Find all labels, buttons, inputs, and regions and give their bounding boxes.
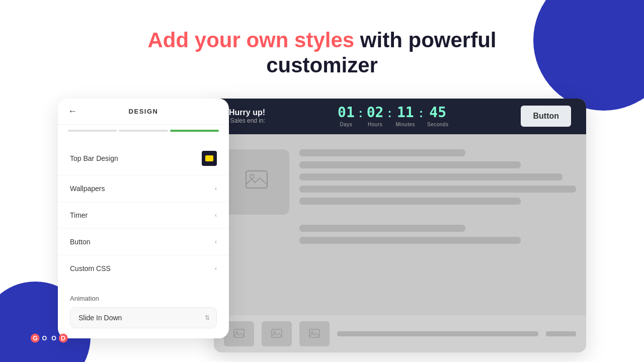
progress-segment-2: [119, 130, 168, 132]
animation-select-wrapper: Slide In Down Slide In Up Fade In Bounce…: [70, 307, 217, 328]
timer-days-label: Days: [340, 122, 353, 127]
placeholder-line-4: [299, 186, 576, 193]
timer-colon-3: :: [419, 106, 423, 120]
svg-text:O: O: [51, 335, 56, 342]
thumb-2: [262, 321, 292, 346]
chevron-right-icon-custom-css: ‹: [215, 265, 217, 272]
svg-text:O: O: [42, 335, 47, 342]
progress-bar: [58, 130, 229, 132]
animation-section: Animation Slide In Down Slide In Up Fade…: [58, 287, 229, 338]
preview-panel: Hurry up! Sales end in: 01 Days : 02 Hou…: [214, 99, 586, 352]
cards-container: ← DESIGN Top Bar Design: [58, 99, 586, 352]
timer-seconds-label: Seconds: [427, 122, 448, 127]
sales-text: Sales end in:: [230, 117, 265, 124]
timer-days-number: 01: [338, 106, 355, 120]
svg-point-1: [250, 174, 254, 178]
timer-unit-days: 01 Days: [338, 106, 355, 127]
timer-unit-minutes: 11 Minutes: [395, 106, 415, 127]
panel-item-custom-css[interactable]: Custom CSS ‹: [58, 255, 229, 282]
design-panel: ← DESIGN Top Bar Design: [58, 99, 229, 338]
placeholder-line-5: [299, 198, 521, 205]
panel-item-label-top-bar: Top Bar Design: [70, 154, 118, 162]
panel-item-label-wallpapers: Wallpapers: [70, 185, 105, 193]
hurry-text: Hurry up!: [229, 108, 265, 117]
svg-text:D: D: [61, 335, 65, 342]
thumb-bar-1: [337, 331, 538, 336]
headline-highlight: Add your own styles: [147, 28, 354, 52]
animation-select[interactable]: Slide In Down Slide In Up Fade In Bounce…: [70, 307, 217, 328]
panel-item-label-button: Button: [70, 238, 90, 246]
panel-item-label-custom-css: Custom CSS: [70, 264, 111, 273]
progress-segment-1: [68, 130, 117, 132]
headline: Add your own styles with powerful custom…: [147, 28, 496, 78]
chevron-right-icon-button: ‹: [215, 238, 217, 245]
headline-part2: with powerful: [354, 28, 496, 52]
chevron-right-icon-timer: ‹: [215, 212, 217, 219]
timer-colon-2: :: [387, 106, 391, 120]
svg-rect-6: [309, 329, 319, 337]
progress-segment-3: [170, 130, 219, 132]
countdown-cta-button[interactable]: Button: [521, 106, 571, 127]
panel-item-top-bar-design[interactable]: Top Bar Design: [58, 142, 229, 175]
panel-item-timer[interactable]: Timer ‹: [58, 202, 229, 229]
panel-title: DESIGN: [129, 108, 158, 115]
product-image-placeholder: [224, 149, 289, 215]
logo: G O O D: [30, 329, 70, 347]
placeholder-line-2: [299, 161, 521, 168]
timer-minutes-label: Minutes: [395, 122, 415, 127]
panel-item-button[interactable]: Button ‹: [58, 229, 229, 255]
timer-hours-label: Hours: [368, 122, 382, 127]
preview-body: [214, 134, 586, 315]
svg-rect-4: [272, 329, 282, 337]
timer-unit-seconds: 45 Seconds: [427, 106, 448, 127]
svg-rect-0: [246, 171, 267, 188]
panel-header: ← DESIGN: [58, 99, 229, 125]
top-bar-thumb-inner: [205, 155, 213, 161]
timer-unit-hours: 02 Hours: [367, 106, 384, 127]
logo-svg: G O O D: [30, 329, 70, 347]
headline-part3: customizer: [266, 53, 378, 77]
image-icon: [244, 167, 269, 197]
svg-text:G: G: [33, 335, 38, 342]
timer-colon-1: :: [359, 106, 363, 120]
panel-item-icon-top-bar: [202, 151, 217, 166]
placeholder-line-6: [299, 225, 465, 232]
placeholder-line-1: [299, 149, 465, 156]
back-button[interactable]: ←: [68, 106, 77, 117]
placeholder-line-7: [299, 237, 521, 244]
top-bar-thumb: [202, 151, 217, 166]
countdown-left: Hurry up! Sales end in:: [229, 108, 265, 124]
panel-item-wallpapers[interactable]: Wallpapers ‹: [58, 175, 229, 202]
timer-minutes-number: 11: [397, 106, 414, 120]
animation-label: Animation: [70, 295, 217, 302]
panel-items: Top Bar Design Wallpapers ‹ Timer ‹: [58, 137, 229, 287]
placeholder-line-3: [299, 173, 562, 180]
countdown-bar: Hurry up! Sales end in: 01 Days : 02 Hou…: [214, 99, 586, 134]
timer-hours-number: 02: [367, 106, 384, 120]
preview-bottom: [214, 315, 586, 352]
countdown-timer: 01 Days : 02 Hours : 11 Minutes :: [338, 106, 448, 127]
content-placeholders: [299, 144, 576, 305]
panel-item-label-timer: Timer: [70, 211, 88, 219]
timer-seconds-number: 45: [429, 106, 446, 120]
chevron-right-icon-wallpapers: ‹: [215, 185, 217, 192]
thumb-bar-2: [546, 331, 576, 336]
main-content: Add your own styles with powerful custom…: [0, 0, 644, 352]
thumb-3: [299, 321, 330, 346]
svg-rect-2: [234, 329, 244, 337]
